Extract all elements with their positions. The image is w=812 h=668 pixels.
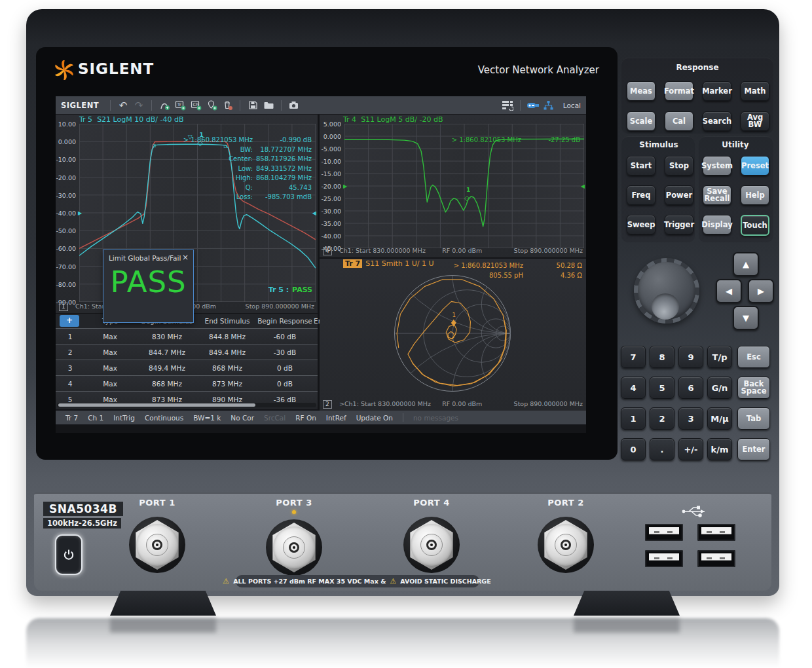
limit-passfail-dialog[interactable]: Limit Global Pass/Fail × PASS	[103, 250, 194, 323]
key-touch[interactable]: Touch	[741, 215, 769, 236]
tr4-header[interactable]: Tr 4 S11 LogM 5 dB/ -20 dB	[343, 115, 443, 124]
key-format[interactable]: Format	[665, 81, 693, 101]
key-freq[interactable]: Freq	[627, 185, 655, 205]
key-preset[interactable]: Preset	[741, 156, 769, 176]
key-start[interactable]: Start	[627, 156, 655, 176]
n-connector[interactable]	[403, 517, 460, 573]
key-back-space[interactable]: BackSpace	[737, 377, 770, 399]
redo-icon[interactable]: ↷	[131, 99, 147, 112]
key-display[interactable]: Display	[703, 215, 731, 234]
key-1[interactable]: 1	[621, 407, 646, 430]
key-3[interactable]: 3	[678, 407, 703, 430]
power-button[interactable]	[55, 534, 83, 575]
usb-port[interactable]	[697, 550, 735, 567]
key-g-n[interactable]: G/n	[707, 377, 732, 399]
key-2[interactable]: 2	[650, 407, 674, 430]
chart-panel-smith[interactable]: Tr 7S11 Smith 1 U/ 1 U > 1:860.821053 MH…	[320, 259, 586, 411]
limit-table-scrollbar[interactable]	[57, 403, 316, 407]
limit-table-row[interactable]: 3Max849.4 MHz868 MHz0 dB	[56, 360, 318, 375]
touchscreen-display[interactable]: SIGLENT ↶ ↷ Tr Ch	[56, 96, 586, 433]
n-connector[interactable]	[266, 519, 322, 576]
n-connector[interactable]	[538, 517, 594, 573]
rf-port-port-2[interactable]: PORT 2	[526, 498, 605, 573]
close-icon[interactable]: ×	[182, 253, 189, 262]
status-bw-1-k[interactable]: BW=1 k	[193, 414, 221, 422]
screenshot-icon[interactable]	[286, 99, 302, 112]
smith-chart[interactable]: 1	[392, 273, 513, 394]
key-cal[interactable]: Cal	[665, 111, 693, 131]
key-math[interactable]: Math	[741, 81, 769, 101]
arrow-left-button[interactable]: ◀	[716, 279, 742, 303]
limit-table-row[interactable]: 4Max868 MHz873 MHz0 dB	[56, 375, 318, 391]
key-[interactable]: +/-	[678, 438, 703, 460]
add-marker-icon[interactable]	[204, 99, 219, 112]
key-trigger[interactable]: Trigger	[665, 215, 693, 234]
rf-port-port-1[interactable]: PORT 1	[118, 498, 196, 573]
status-ch-1[interactable]: Ch 1	[88, 414, 103, 422]
usb-port[interactable]	[645, 550, 683, 567]
key-k-m[interactable]: k/m	[707, 438, 732, 460]
annotation-value: 18.772707 MHz	[255, 145, 312, 155]
annotation-value: -985.703 mdB	[255, 193, 312, 202]
n-connector[interactable]	[129, 517, 185, 573]
rf-port-port-3[interactable]: PORT 3	[255, 498, 333, 576]
key-tab[interactable]: Tab	[737, 407, 770, 430]
tr5-marker-readout: > 1:860.821053 MHz-0.990 dBBW:18.772707 …	[183, 136, 312, 202]
key-avg-bw[interactable]: AvgBW	[741, 111, 769, 131]
key-0[interactable]: 0	[621, 438, 646, 460]
key-8[interactable]: 8	[650, 346, 674, 368]
status-tr-7[interactable]: Tr 7	[65, 414, 78, 422]
save-icon[interactable]	[245, 99, 261, 112]
key-enter[interactable]: Enter	[737, 438, 770, 460]
status-no-cor[interactable]: No Cor	[231, 414, 254, 422]
chart-panel-tr4[interactable]: Tr 4 S11 LogM 5 dB/ -20 dB 5.0000.000-5.…	[320, 115, 586, 257]
add-trace-icon[interactable]: Tr	[172, 99, 188, 112]
key-6[interactable]: 6	[678, 377, 703, 399]
key-help[interactable]: Help	[741, 185, 769, 205]
rf-port-port-4[interactable]: PORT 4	[392, 498, 471, 573]
limit-table-row[interactable]: 1Max830 MHz844.8 MHz-60 dB	[56, 328, 318, 344]
status-update-on[interactable]: Update On	[356, 414, 393, 422]
key-power[interactable]: Power	[665, 185, 693, 205]
key-m[interactable]: M/μ	[707, 407, 732, 430]
usb-port[interactable]	[645, 524, 683, 541]
key-stop[interactable]: Stop	[665, 156, 693, 176]
undo-icon[interactable]: ↶	[115, 99, 131, 112]
limit-table-row[interactable]: 2Max844.7 MHz849.4 MHz-30 dB	[56, 344, 318, 360]
display-layout-icon[interactable]	[500, 99, 515, 112]
usb-port[interactable]	[697, 524, 735, 541]
local-mode-label[interactable]: Local	[563, 102, 581, 109]
key-esc[interactable]: Esc	[737, 346, 770, 368]
key-[interactable]: .	[650, 438, 674, 460]
key-t-p[interactable]: T/p	[707, 346, 732, 368]
scrollbar-thumb[interactable]	[58, 403, 255, 407]
status-srccal[interactable]: SrcCal	[264, 414, 286, 422]
key-marker[interactable]: Marker	[703, 81, 731, 101]
key-5[interactable]: 5	[650, 377, 674, 399]
delete-icon[interactable]	[219, 99, 235, 112]
status-continuous[interactable]: Continuous	[145, 414, 183, 422]
limit-table[interactable]: + TypeBegin StimulusEnd StimulusBegin Re…	[56, 314, 318, 409]
key-scale[interactable]: Scale	[627, 111, 655, 131]
key-9[interactable]: 9	[678, 346, 703, 368]
tr7-header[interactable]: Tr 7S11 Smith 1 U/ 1 U	[343, 259, 434, 268]
arrow-right-button[interactable]: ▶	[748, 279, 774, 303]
key-sweep[interactable]: Sweep	[627, 215, 655, 234]
open-file-icon[interactable]	[261, 99, 276, 112]
arrow-up-button[interactable]: ▲	[733, 252, 759, 276]
key-7[interactable]: 7	[621, 346, 646, 368]
add-channel-icon[interactable]: Ch	[188, 99, 204, 112]
auto-scale-icon[interactable]	[157, 99, 172, 112]
tr5-header[interactable]: Tr 5 S21 LogM 10 dB/ -40 dB	[79, 115, 183, 124]
key-meas[interactable]: Meas	[627, 81, 655, 101]
key-save-recall[interactable]: SaveRecall	[703, 185, 731, 205]
tr4-plot-area[interactable]: > 1:860.821053 MHz-27.25 dB ◇1▶◀	[344, 124, 584, 248]
tr7-active-chip[interactable]: Tr 7	[343, 259, 362, 268]
key-system[interactable]: System	[703, 156, 731, 176]
arrow-down-button[interactable]: ▼	[733, 306, 759, 330]
status-intref[interactable]: IntRef	[326, 414, 346, 422]
key-search[interactable]: Search	[703, 111, 731, 131]
status-inttrig[interactable]: IntTrig	[113, 414, 135, 422]
status-rf-on[interactable]: RF On	[295, 414, 316, 422]
key-4[interactable]: 4	[621, 377, 646, 399]
